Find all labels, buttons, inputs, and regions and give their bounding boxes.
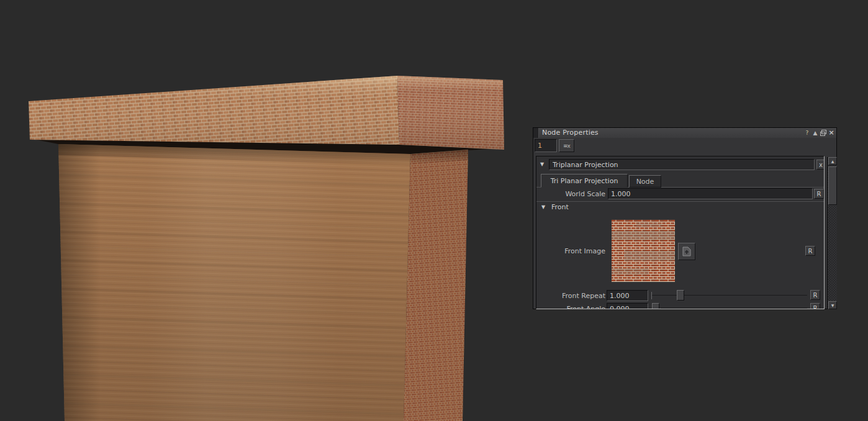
tab-tri-planar-projection[interactable]: Tri Planar Projection — [541, 174, 628, 188]
node-name-field[interactable] — [549, 159, 815, 170]
wall-right-face — [404, 150, 468, 421]
front-section-disclosure-icon[interactable]: ▼ — [541, 204, 545, 210]
application-window: Node Properties ? ▲ × ≡x ▼ x — [0, 0, 868, 421]
node-form: ▼ x Tri Planar Projection Node World Sca… — [536, 156, 825, 309]
panel-titlebar[interactable]: Node Properties ? ▲ × — [533, 128, 836, 138]
front-repeat-input[interactable] — [607, 290, 648, 301]
front-section-label: Front — [551, 203, 569, 211]
front-angle-label: Front Angle — [536, 305, 605, 309]
help-icon[interactable]: ? — [803, 129, 811, 137]
front-section-header[interactable]: ▼ Front — [536, 201, 825, 212]
world-scale-reset-button[interactable]: R — [814, 189, 824, 199]
tab-node[interactable]: Node — [629, 175, 661, 188]
remove-node-button[interactable]: x — [816, 160, 825, 170]
front-angle-input[interactable] — [607, 303, 648, 309]
load-image-button[interactable] — [678, 243, 695, 260]
wall-front-face — [58, 144, 410, 421]
front-repeat-slider-handle[interactable] — [677, 290, 684, 301]
selection-count-input[interactable] — [535, 139, 557, 152]
front-repeat-reset-button[interactable]: R — [810, 290, 820, 300]
titlebar-grip[interactable] — [533, 128, 539, 138]
front-repeat-label: Front Repeat — [536, 292, 605, 300]
panel-title: Node Properties — [542, 129, 599, 137]
front-image-thumbnail[interactable] — [612, 220, 675, 282]
restore-window-icon[interactable] — [820, 129, 827, 137]
front-angle-slider-track[interactable] — [661, 308, 807, 309]
front-image-reset-button[interactable]: R — [805, 246, 815, 256]
front-repeat-slider-origin — [651, 292, 652, 299]
front-repeat-slider-track[interactable] — [652, 295, 807, 296]
scroll-up-icon[interactable]: ▲ — [828, 157, 837, 165]
front-angle-reset-button[interactable]: R — [810, 303, 820, 309]
scroll-down-icon[interactable]: ▼ — [828, 301, 837, 309]
close-window-icon[interactable]: × — [828, 129, 835, 137]
front-image-label: Front Image — [536, 247, 605, 255]
form-scrollbar[interactable]: ▲ ▼ — [827, 157, 837, 309]
front-angle-slider-handle[interactable] — [652, 303, 659, 309]
cap-right-face — [397, 76, 504, 150]
load-image-icon — [682, 247, 691, 256]
clear-list-icon[interactable]: ≡x — [559, 139, 574, 152]
world-scale-input[interactable] — [608, 188, 813, 199]
world-scale-label: World Scale — [536, 190, 605, 198]
node-properties-panel: Node Properties ? ▲ × ≡x ▼ x — [533, 127, 837, 309]
collapse-icon[interactable]: ▲ — [811, 129, 819, 137]
scrollbar-thumb[interactable] — [828, 166, 837, 205]
node-disclosure-icon[interactable]: ▼ — [540, 161, 544, 167]
